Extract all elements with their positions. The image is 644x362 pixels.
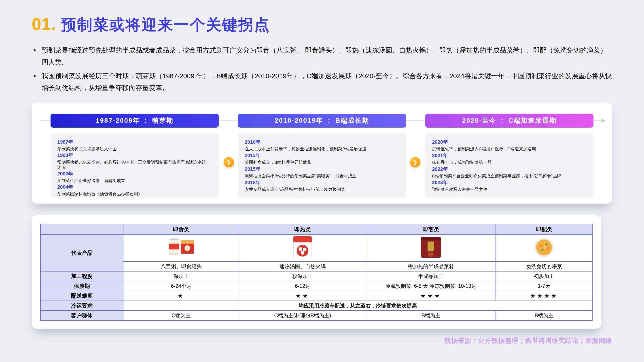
phase-header: 2010-20019年 ： B端成长期	[238, 114, 406, 128]
processing-value: 较深加工	[239, 271, 366, 281]
product-image-instant-eat	[123, 235, 239, 261]
row-label: 保质期	[40, 281, 123, 291]
delivery-stars: ★★★★	[496, 291, 592, 301]
bullet-item: 预制菜是指经过预先处理的半成品或者成品菜，按食用方式划可广义分为即食（八宝粥、 …	[32, 44, 612, 68]
event-year: 2022年	[432, 166, 587, 173]
event-desc: 美团外卖成立，B端料理包开始放量	[245, 160, 399, 165]
product-name: 免洗免切的净菜	[496, 261, 592, 271]
phase-body: 2020年 疫情催化下，预制菜进入C端用户视野，C端迎来加速期 2021年 味知…	[425, 133, 594, 198]
timeline-phases: 1987-2009年 ： 萌芽期 1987年 预制菜快餐龙头肯德基进入中国 19…	[50, 114, 594, 198]
phase-body: 1987年 预制菜快餐龙头肯德基进入中国 1990年 预制菜快餐龙头麦当劳、必胜…	[50, 133, 219, 198]
category-table: 即食类 即热类 即烹类 即配类 代表产品	[40, 224, 592, 321]
timeline-event: 1987年 预制菜快餐龙头肯德基进入中国	[57, 139, 212, 152]
event-year: 2010年	[245, 139, 399, 145]
fresh-cut-vegetables-image	[526, 235, 562, 260]
bullet-item: 我国预制菜发展经历三个时期：萌芽期（1987-2009 年），B端成长期（201…	[32, 70, 612, 94]
shelf-life-value: 冷藏预制菜: 6-8 天 冷冻预制菜: 10-18月	[366, 281, 496, 291]
column-header: 即烹类	[366, 224, 496, 235]
table-row-shelf-life: 保质期 6-24个月 6-12月 冷藏预制菜: 6-8 天 冷冻预制菜: 10-…	[40, 281, 592, 291]
table-row-customers: 客户群体 C端为主 C端为主(料理包B端为主) B端为主 B端为主	[40, 311, 592, 321]
timeline-event: 2023年 预制菜首次写入中央一号文件	[432, 179, 587, 192]
phase-header: 2020-至今 ： C端加速发展期	[425, 114, 594, 128]
column-header: 即热类	[239, 224, 366, 235]
timeline-event: 2004年 预制菜国家标准出台《预包装食品标签通则》	[57, 184, 212, 197]
table-row-product-names: 八宝粥、即食罐头 速冻汤圆、自热火锅 需加热的半成品菜肴 免洗免切的净菜	[40, 261, 592, 271]
phase-b-growth: 2010-20019年 ： B端成长期 2010年 在人工成本上升背景下，餐饮业…	[238, 114, 406, 198]
delivery-stars: ★★	[239, 291, 366, 301]
event-desc: 预制菜快餐龙头肯德基进入中国	[57, 146, 212, 152]
customer-value: B端为主	[366, 311, 496, 321]
product-name: 八宝粥、即食罐头	[123, 261, 239, 271]
phase-c-acceleration: 2020-至今 ： C端加速发展期 2020年 疫情催化下，预制菜进入C端用户视…	[425, 114, 594, 198]
phase-sprout: 1987-2009年 ： 萌芽期 1987年 预制菜快餐龙头肯德基进入中国 19…	[50, 114, 219, 198]
table-header-row: 即食类 即热类 即烹类 即配类	[40, 224, 592, 235]
semi-finished-dish-image	[413, 235, 449, 260]
customer-value: C端为主	[123, 311, 239, 321]
page-title: 01. 预制菜或将迎来一个关键拐点	[32, 14, 612, 35]
row-label: 冷运要求	[40, 301, 123, 311]
event-desc: 蜀海推出面向小B端品牌的预制菜品牌“菜嘟美”：找食材成立	[245, 173, 399, 179]
row-label: 代表产品	[40, 235, 123, 271]
event-desc: 预制菜生产企业好得来、新聪厨成立	[57, 178, 212, 184]
category-table-card: 即食类 即热类 即烹类 即配类 代表产品	[32, 215, 601, 329]
product-image-instant-prep	[496, 235, 592, 261]
timeline-event: 2002年 预制菜生产企业好得来、新聪厨成立	[57, 170, 212, 184]
data-source-note: 数据来源：公开数据整理；嘉世咨询研究结论；图源网络	[32, 336, 612, 345]
event-year: 2020年	[432, 139, 587, 145]
timeline-event: 2022年 C端预制菜平台企业叮咚买菜成立预制菜事业部，推出“朝气鲜食”品牌	[432, 166, 587, 179]
intro-bullets: 预制菜是指经过预先处理的半成品或者成品菜，按食用方式划可广义分为即食（八宝粥、 …	[32, 44, 612, 94]
table-corner-cell	[40, 224, 123, 235]
delivery-stars: ★★★	[366, 291, 496, 301]
event-year: 2023年	[432, 179, 587, 186]
event-desc: C端预制菜平台企业叮咚买菜成立预制菜事业部，推出“朝气鲜食”品牌	[432, 173, 587, 179]
timeline-event: 2021年 味知香上市，成为预制菜第一股	[432, 152, 587, 165]
event-year: 2013年	[245, 152, 399, 159]
event-year: 2015年	[245, 166, 399, 173]
phase-header: 1987-2009年 ： 萌芽期	[50, 114, 219, 128]
table-row-products: 代表产品	[40, 235, 592, 261]
timeline-card: 1987-2009年 ： 萌芽期 1987年 预制菜快餐龙头肯德基进入中国 19…	[32, 103, 612, 204]
phase-body: 2010年 在人工成本上升背景下，餐饮业推进连锁化，预制菜B端发展提速 2013…	[238, 133, 406, 198]
shelf-life-value: 6-24个月	[123, 281, 239, 291]
timeline-event: 2020年 疫情催化下，预制菜进入C端用户视野，C端迎来加速期	[432, 139, 587, 152]
delivery-stars: ★	[123, 291, 239, 301]
event-year: 2004年	[57, 184, 212, 190]
column-header: 即食类	[123, 224, 239, 235]
event-year: 2002年	[57, 170, 212, 177]
column-header: 即配类	[496, 224, 592, 235]
row-label: 加工程度	[40, 271, 123, 281]
customer-value: C端为主(料理包B端为主)	[239, 311, 366, 321]
product-image-instant-cook	[366, 235, 496, 261]
title-text: 预制菜或将迎来一个关键拐点	[61, 15, 270, 35]
table-row-processing: 加工程度 深加工 较深加工 半成品加工 初步加工	[40, 271, 592, 281]
event-desc: 预制菜首次写入中央一号文件	[432, 187, 587, 192]
processing-value: 半成品加工	[366, 271, 496, 281]
event-year: 1990年	[57, 152, 212, 159]
shelf-life-value: 1-7天	[496, 281, 592, 291]
canned-porridge-image	[163, 235, 199, 260]
event-desc: 预制菜国家标准出台《预包装食品标签通则》	[57, 191, 212, 197]
product-image-instant-heat	[239, 235, 366, 261]
cold-chain-note: 均应采用冷藏车配送，从左至右，冷链要求依次提高	[123, 301, 592, 311]
event-desc: 疫情催化下，预制菜进入C端用户视野，C端迎来加速期	[432, 146, 587, 152]
timeline-event: 2018年 安井食品成立成立“冻品先生”外协事业部，发力预制菜	[245, 179, 399, 192]
event-desc: 安井食品成立成立“冻品先生”外协事业部，发力预制菜	[245, 187, 399, 192]
event-desc: 在人工成本上升背景下，餐饮业推进连锁化，预制菜B端发展提速	[245, 146, 399, 152]
row-label: 配送难度	[40, 291, 123, 301]
event-desc: 预制菜快餐龙头麦当劳、必胜客进入中国；三全发明预制菜即热类产品速冻水饺、汤圆	[57, 160, 212, 170]
row-label: 客户群体	[40, 311, 123, 321]
timeline-event: 2013年 美团外卖成立，B端料理包开始放量	[245, 152, 399, 165]
phase-arrow-icon: ❯	[224, 157, 234, 167]
event-year: 1987年	[57, 139, 212, 145]
processing-value: 初步加工	[496, 271, 592, 281]
processing-value: 深加工	[123, 271, 239, 281]
event-year: 2021年	[432, 152, 587, 159]
title-number: 01.	[32, 14, 56, 34]
slide: 01. 预制菜或将迎来一个关键拐点 预制菜是指经过预先处理的半成品或者成品菜，按…	[0, 0, 644, 362]
frozen-tangyuan-image	[285, 235, 320, 260]
timeline-event: 1990年 预制菜快餐龙头麦当劳、必胜客进入中国；三全发明预制菜即热类产品速冻水…	[57, 152, 212, 170]
phase-arrow-icon: ❯	[410, 157, 420, 167]
event-year: 2018年	[245, 179, 399, 186]
table-row-cold-chain: 冷运要求 均应采用冷藏车配送，从左至右，冷链要求依次提高	[40, 301, 592, 311]
timeline-event: 2010年 在人工成本上升背景下，餐饮业推进连锁化，预制菜B端发展提速	[245, 139, 399, 152]
